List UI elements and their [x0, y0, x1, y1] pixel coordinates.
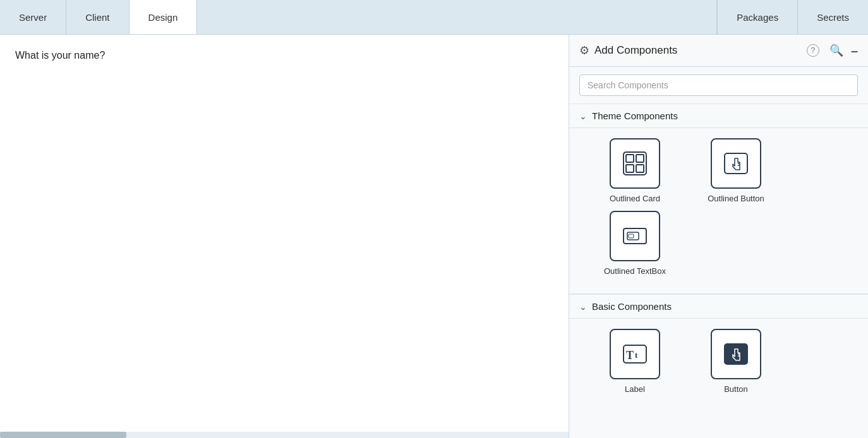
- search-icon[interactable]: 🔍: [829, 45, 843, 56]
- outlined-card-icon-box: [610, 138, 660, 189]
- top-nav: Server Client Design Packages Secrets: [0, 0, 868, 35]
- panel-content: ⌄ Theme Components: [569, 104, 868, 438]
- nav-right: Packages Secrets: [716, 0, 868, 34]
- component-item-outlined-button[interactable]: Outlined Button: [685, 138, 787, 203]
- component-item-label[interactable]: T t Label: [584, 329, 685, 394]
- outlined-button-label: Outlined Button: [708, 194, 764, 203]
- component-item-outlined-textbox[interactable]: Outlined TextBox: [584, 211, 685, 276]
- label-component-label: Label: [625, 384, 645, 394]
- tab-design[interactable]: Design: [130, 0, 198, 34]
- canvas-scrollbar-thumb[interactable]: [0, 432, 126, 438]
- help-button[interactable]: ?: [807, 44, 819, 57]
- panel-header: ⚙ Add Components ? 🔍 –: [569, 35, 868, 67]
- outlined-button-svg: [722, 150, 750, 177]
- section-header-basic[interactable]: ⌄ Basic Components: [569, 294, 868, 318]
- section-header-theme[interactable]: ⌄ Theme Components: [569, 104, 868, 127]
- search-bar: [569, 67, 868, 104]
- outlined-textbox-label: Outlined TextBox: [604, 266, 666, 276]
- svg-rect-10: [629, 234, 634, 238]
- svg-rect-3: [626, 165, 634, 172]
- button-component-label: Button: [724, 384, 748, 394]
- section-title-theme: Theme Components: [592, 110, 678, 121]
- panel-title: Add Components: [594, 44, 802, 57]
- outlined-card-label: Outlined Card: [610, 194, 660, 203]
- canvas-area[interactable]: What is your name?: [0, 35, 569, 438]
- svg-rect-1: [626, 155, 634, 162]
- outlined-textbox-icon-box: [610, 211, 660, 261]
- svg-rect-5: [725, 153, 747, 174]
- search-input[interactable]: [579, 74, 858, 96]
- button-icon-box: [711, 329, 761, 379]
- label-svg: T t: [621, 340, 649, 368]
- outlined-textbox-svg: [621, 222, 649, 250]
- chevron-down-icon-basic: ⌄: [579, 302, 587, 312]
- panel-header-actions: 🔍 –: [829, 44, 858, 57]
- tab-client[interactable]: Client: [66, 0, 129, 34]
- minimize-icon[interactable]: –: [851, 44, 858, 57]
- outlined-card-svg: [621, 150, 649, 177]
- main-layout: What is your name? ⚙ Add Components ? 🔍 …: [0, 35, 868, 438]
- component-item-button[interactable]: Button: [685, 329, 787, 394]
- canvas-text: What is your name?: [15, 50, 553, 61]
- basic-component-grid: T t Label: [569, 319, 868, 411]
- right-panel: ⚙ Add Components ? 🔍 – ⌄ Theme Component…: [569, 35, 868, 438]
- svg-rect-0: [624, 152, 646, 175]
- wrench-icon: ⚙: [579, 44, 589, 57]
- tab-packages[interactable]: Packages: [717, 0, 797, 34]
- svg-text:t: t: [635, 350, 638, 360]
- canvas-scrollbar[interactable]: [0, 432, 569, 438]
- chevron-down-icon-theme: ⌄: [579, 111, 587, 121]
- svg-rect-4: [636, 165, 644, 172]
- tab-secrets[interactable]: Secrets: [797, 0, 868, 34]
- theme-component-grid: Outlined Card Outlined Button: [569, 128, 868, 293]
- svg-text:T: T: [626, 349, 634, 362]
- nav-spacer: [197, 0, 716, 34]
- outlined-button-icon-box: [711, 138, 761, 189]
- button-svg: [722, 340, 750, 368]
- svg-rect-9: [627, 232, 639, 240]
- svg-rect-2: [636, 155, 644, 162]
- svg-rect-14: [725, 344, 747, 364]
- component-item-outlined-card[interactable]: Outlined Card: [584, 138, 685, 203]
- section-title-basic: Basic Components: [592, 301, 672, 312]
- label-icon-box: T t: [610, 329, 660, 379]
- tab-server[interactable]: Server: [0, 0, 66, 34]
